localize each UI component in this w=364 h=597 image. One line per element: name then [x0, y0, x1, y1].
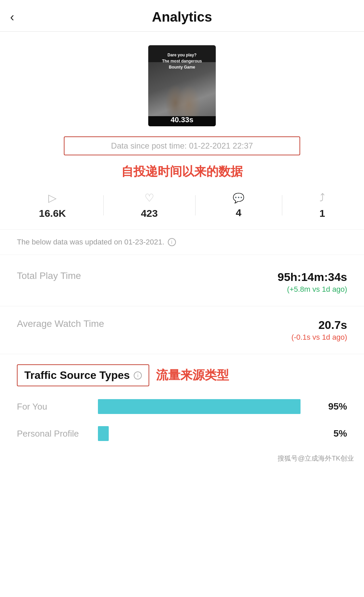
stat-comments: 💬 4	[233, 192, 244, 218]
stat-divider-3	[282, 195, 282, 215]
video-overlay-text: Dare you play? The most dangerous Bounty…	[148, 52, 216, 70]
traffic-source-title: Traffic Source Types	[24, 369, 130, 382]
video-section: Dare you play? The most dangerous Bounty…	[0, 45, 364, 126]
watermark-text: 搜狐号@立成海外TK创业	[278, 455, 354, 462]
bar-row-personal-profile: Personal Profile 5%	[0, 420, 364, 447]
bar-row-for-you: For You 95%	[0, 393, 364, 420]
bar-fill-for-you	[98, 399, 301, 414]
bar-label-for-you: For You	[17, 401, 91, 412]
avg-watch-time-change: (-0.1s vs 1d ago)	[291, 333, 347, 342]
bar-percent-personal-profile: 5%	[323, 428, 347, 439]
comments-value: 4	[236, 207, 241, 218]
bar-percent-for-you: 95%	[323, 401, 347, 412]
stat-likes: ♡ 423	[141, 191, 158, 219]
bar-fill-personal-profile	[98, 426, 109, 441]
bar-container-for-you	[98, 399, 311, 414]
total-play-time-label: Total Play Time	[17, 270, 81, 281]
likes-value: 423	[141, 208, 158, 219]
avg-watch-time-row: Average Watch Time 20.7s (-0.1s vs 1d ag…	[0, 306, 364, 354]
traffic-source-section: Traffic Source Types i 流量来源类型 For You 95…	[0, 354, 364, 447]
play-icon: ▷	[48, 191, 57, 204]
plays-value: 16.6K	[39, 208, 66, 219]
total-play-time-row: Total Play Time 95h:14m:34s (+5.8m vs 1d…	[0, 258, 364, 306]
back-button[interactable]: ‹	[10, 11, 14, 23]
traffic-header: Traffic Source Types i 流量来源类型	[0, 354, 364, 393]
stat-divider-1	[103, 195, 104, 215]
info-icon: i	[168, 238, 176, 246]
page-title: Analytics	[152, 9, 212, 25]
stat-shares: ⤴ 1	[319, 192, 325, 219]
header: ‹ Analytics	[0, 0, 364, 32]
bar-container-personal-profile	[98, 426, 311, 441]
heart-icon: ♡	[145, 191, 154, 204]
stat-plays: ▷ 16.6K	[39, 191, 66, 219]
chinese-annotation-1: 自投递时间以来的数据	[0, 163, 364, 180]
video-background	[148, 62, 216, 116]
total-play-time-values: 95h:14m:34s (+5.8m vs 1d ago)	[278, 270, 347, 294]
data-since-text: Data since post time: 01-22-2021 22:37	[111, 141, 253, 150]
video-title-line3: Bounty Game	[148, 64, 216, 70]
update-notice: The below data was updated on 01-23-2021…	[0, 229, 364, 255]
data-since-wrapper: Data since post time: 01-22-2021 22:37	[0, 133, 364, 159]
video-title-line2: The most dangerous	[148, 58, 216, 64]
traffic-header-box: Traffic Source Types i	[17, 364, 149, 386]
total-play-time-value: 95h:14m:34s	[278, 270, 347, 284]
total-play-time-change: (+5.8m vs 1d ago)	[278, 285, 347, 294]
comment-icon: 💬	[233, 192, 244, 204]
avg-watch-time-value: 20.7s	[291, 318, 347, 332]
video-title-line1: Dare you play?	[148, 52, 216, 58]
stats-row: ▷ 16.6K ♡ 423 💬 4 ⤴ 1	[0, 185, 364, 226]
traffic-info-icon: i	[134, 371, 142, 380]
avg-watch-time-values: 20.7s (-0.1s vs 1d ago)	[291, 318, 347, 342]
traffic-chinese-annotation: 流量来源类型	[156, 367, 229, 384]
video-thumbnail[interactable]: Dare you play? The most dangerous Bounty…	[148, 45, 216, 126]
shares-value: 1	[319, 208, 325, 219]
bar-label-personal-profile: Personal Profile	[17, 429, 91, 439]
update-notice-text: The below data was updated on 01-23-2021…	[17, 238, 164, 246]
avg-watch-time-label: Average Watch Time	[17, 318, 104, 329]
stat-divider-2	[195, 195, 196, 215]
share-icon: ⤴	[319, 192, 325, 204]
watermark: 搜狐号@立成海外TK创业	[0, 447, 364, 470]
data-since-box: Data since post time: 01-22-2021 22:37	[64, 136, 300, 155]
video-figures	[148, 62, 216, 116]
